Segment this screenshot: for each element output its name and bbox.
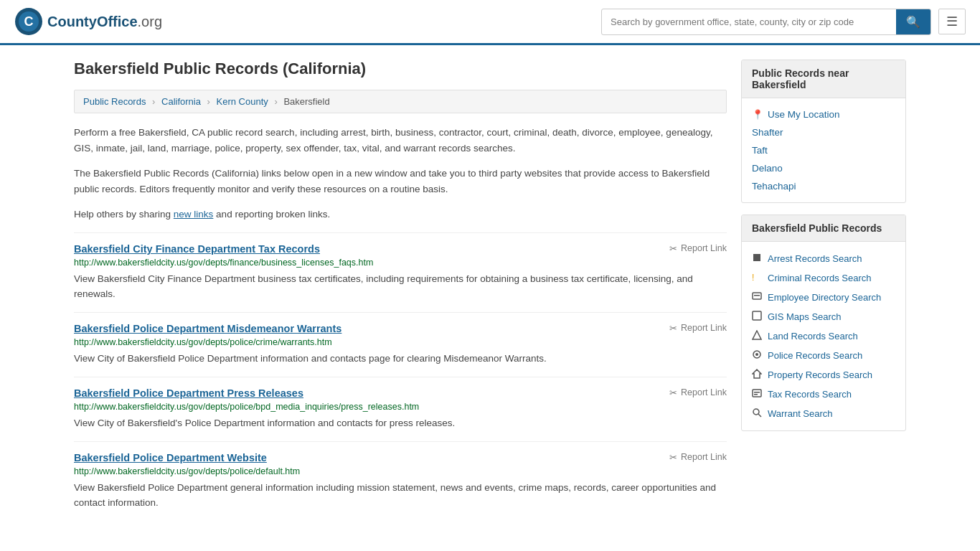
breadcrumb-california[interactable]: California [161, 96, 201, 107]
intro3-before: Help others by sharing [74, 209, 174, 220]
report-link-3[interactable]: ✂ Report Link [669, 452, 727, 463]
logo-area: C CountyOffice.org [14, 7, 162, 36]
sidebar-link-label-8: Warrant Search [768, 408, 833, 419]
sidebar-link-label-6: Property Records Search [768, 369, 872, 380]
nearby-place-0[interactable]: Shafter [752, 123, 895, 141]
breadcrumb: Public Records › California › Kern Count… [74, 90, 727, 113]
breadcrumb-kern-county[interactable]: Kern County [217, 96, 268, 107]
record-header-0: Bakersfield City Finance Department Tax … [74, 243, 727, 255]
sidebar-record-link-4[interactable]: Land Records Search [752, 326, 895, 346]
record-title-3[interactable]: Bakersfield Police Department Website [74, 452, 267, 463]
svg-rect-13 [754, 392, 760, 393]
nearby-content: 📍 Use My Location ShafterTaftDelanoTehac… [742, 98, 905, 202]
report-label-2: Report Link [681, 387, 727, 397]
record-title-1[interactable]: Bakersfield Police Department Misdemeano… [74, 323, 341, 334]
report-icon-2: ✂ [669, 387, 677, 398]
sidebar-record-link-3[interactable]: GIS Maps Search [752, 307, 895, 326]
record-url-0[interactable]: http://www.bakersfieldcity.us/gov/depts/… [74, 258, 727, 268]
record-url-1[interactable]: http://www.bakersfieldcity.us/gov/depts/… [74, 337, 727, 347]
logo-brand: CountyOffice.org [47, 14, 162, 29]
breadcrumb-sep-3: › [274, 96, 277, 107]
sidebar-record-link-7[interactable]: Tax Records Search [752, 385, 895, 404]
svg-line-16 [758, 414, 761, 417]
use-my-location-label: Use My Location [768, 109, 840, 120]
nearby-place-label-2: Delano [752, 163, 783, 174]
record-header-2: Bakersfield Police Department Press Rele… [74, 387, 727, 399]
sidebar-link-icon-1: ! [752, 272, 762, 284]
content: Bakersfield Public Records (California) … [60, 45, 920, 535]
svg-rect-6 [754, 295, 760, 296]
record-url-3[interactable]: http://www.bakersfieldcity.us/gov/depts/… [74, 466, 727, 476]
intro3-after: and reporting broken links. [213, 209, 330, 220]
header: C CountyOffice.org 🔍 ☰ [0, 0, 980, 45]
sidebar-record-link-0[interactable]: Arrest Records Search [752, 249, 895, 268]
sidebar-record-link-5[interactable]: Police Records Search [752, 346, 895, 365]
logo-icon: C [14, 7, 43, 36]
svg-text:C: C [24, 14, 34, 29]
record-url-2[interactable]: http://www.bakersfieldcity.us/gov/depts/… [74, 402, 727, 412]
sidebar-record-link-1[interactable]: !Criminal Records Search [752, 268, 895, 288]
menu-button[interactable]: ☰ [938, 9, 966, 34]
search-button[interactable]: 🔍 [896, 9, 930, 34]
record-item: Bakersfield Police Department Press Rele… [74, 377, 727, 441]
header-right: 🔍 ☰ [601, 9, 966, 35]
intro-paragraph-1: Perform a free Bakersfield, CA public re… [74, 125, 727, 156]
sidebar-link-label-5: Police Records Search [768, 350, 862, 361]
nearby-title: Public Records near Bakersfield [742, 60, 905, 98]
record-header-3: Bakersfield Police Department Website ✂ … [74, 452, 727, 463]
nearby-place-label-0: Shafter [752, 127, 783, 138]
use-my-location[interactable]: 📍 Use My Location [752, 105, 895, 123]
sidebar-link-icon-0 [752, 253, 762, 265]
nearby-place-2[interactable]: Delano [752, 159, 895, 177]
sidebar-link-label-3: GIS Maps Search [768, 311, 842, 322]
record-item: Bakersfield City Finance Department Tax … [74, 232, 727, 312]
breadcrumb-sep-2: › [207, 96, 210, 107]
bakersfield-records-title: Bakersfield Public Records [742, 215, 905, 242]
new-links-link[interactable]: new links [174, 209, 214, 220]
report-icon-3: ✂ [669, 452, 677, 463]
search-input[interactable] [602, 11, 896, 33]
report-label-3: Report Link [681, 452, 727, 462]
breadcrumb-public-records[interactable]: Public Records [83, 96, 146, 107]
record-header-1: Bakersfield Police Department Misdemeano… [74, 323, 727, 334]
record-title-2[interactable]: Bakersfield Police Department Press Rele… [74, 387, 303, 399]
sidebar-link-label-7: Tax Records Search [768, 389, 852, 400]
record-item: Bakersfield Police Department Misdemeano… [74, 312, 727, 377]
nearby-places-list: ShafterTaftDelanoTehachapi [752, 123, 895, 195]
svg-point-10 [755, 353, 758, 356]
sidebar-record-link-6[interactable]: Property Records Search [752, 365, 895, 385]
nearby-place-3[interactable]: Tehachapi [752, 177, 895, 195]
sidebar: Public Records near Bakersfield 📍 Use My… [741, 60, 906, 521]
intro-paragraph-2: The Bakersfield Public Records (Californ… [74, 166, 727, 197]
breadcrumb-bakersfield: Bakersfield [283, 96, 329, 107]
sidebar-record-link-2[interactable]: Employee Directory Search [752, 288, 895, 307]
record-title-0[interactable]: Bakersfield City Finance Department Tax … [74, 243, 320, 255]
report-link-1[interactable]: ✂ Report Link [669, 323, 727, 334]
svg-text:!: ! [752, 273, 754, 282]
logo-text-container: CountyOffice.org [47, 14, 162, 30]
sidebar-link-icon-3 [752, 311, 762, 323]
record-item: Bakersfield Police Department Website ✂ … [74, 441, 727, 521]
report-link-0[interactable]: ✂ Report Link [669, 243, 727, 254]
svg-marker-11 [753, 369, 761, 378]
record-desc-1: View City of Bakersfield Police Departme… [74, 352, 727, 367]
records-list: Bakersfield City Finance Department Tax … [74, 232, 727, 521]
record-desc-3: View Bakersfield Police Department gener… [74, 481, 727, 511]
report-icon-1: ✂ [669, 323, 677, 334]
svg-rect-3 [753, 254, 760, 261]
bakersfield-records-content: Arrest Records Search!Criminal Records S… [742, 242, 905, 430]
sidebar-link-icon-4 [752, 330, 762, 342]
sidebar-link-icon-2 [752, 291, 762, 303]
record-desc-0: View Bakersfield City Finance Department… [74, 272, 727, 302]
sidebar-record-link-8[interactable]: Warrant Search [752, 404, 895, 423]
intro-paragraph-3: Help others by sharing new links and rep… [74, 207, 727, 222]
sidebar-link-label-0: Arrest Records Search [768, 253, 862, 264]
sidebar-link-label-2: Employee Directory Search [768, 292, 881, 303]
page-title: Bakersfield Public Records (California) [74, 60, 727, 78]
report-link-2[interactable]: ✂ Report Link [669, 387, 727, 398]
svg-rect-7 [753, 311, 761, 320]
location-pin-icon: 📍 [752, 109, 763, 120]
nearby-place-1[interactable]: Taft [752, 141, 895, 159]
svg-rect-12 [753, 390, 761, 397]
record-links-list: Arrest Records Search!Criminal Records S… [752, 249, 895, 423]
